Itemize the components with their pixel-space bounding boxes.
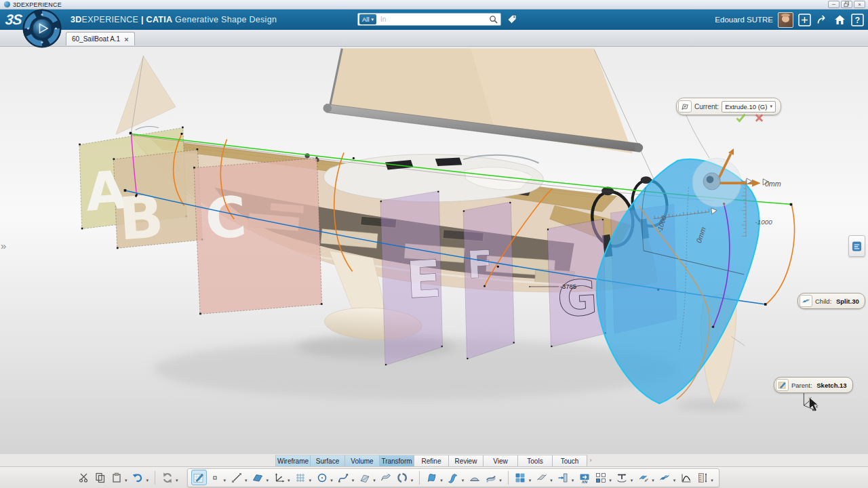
blend-dropdown-caret[interactable]: ▾	[462, 478, 465, 483]
law-button[interactable]	[678, 470, 694, 485]
arrange-button[interactable]	[593, 470, 608, 485]
tab-overflow-chevron-icon[interactable]: ›	[587, 455, 594, 466]
extract-button[interactable]	[635, 470, 651, 485]
section-tab-surface[interactable]: Surface	[311, 455, 345, 466]
sweep-button[interactable]	[378, 470, 394, 485]
copy-button[interactable]	[92, 470, 108, 485]
3dexperience-compass[interactable]	[22, 9, 62, 48]
axis-button[interactable]	[271, 470, 287, 485]
help-button[interactable]: ?	[851, 14, 864, 26]
section-tab-tools[interactable]: Tools	[518, 455, 553, 466]
grid-dropdown-caret[interactable]: ▾	[309, 478, 312, 483]
spline-dropdown-caret[interactable]: ▾	[352, 478, 355, 483]
measure-button[interactable]	[694, 470, 710, 485]
share-button[interactable]	[816, 14, 829, 26]
confirm-check-icon[interactable]	[735, 113, 747, 123]
section-tab-view[interactable]: View	[484, 455, 518, 466]
point-button[interactable]	[208, 470, 223, 485]
minimize-button[interactable]: ─	[828, 1, 840, 8]
left-panel-expander[interactable]: »	[1, 240, 6, 251]
measure-dropdown-caret[interactable]: ▾	[711, 478, 713, 483]
child-feature-tag[interactable]: Child: Split.30	[797, 293, 865, 309]
cancel-x-icon[interactable]	[754, 113, 764, 123]
document-tab[interactable]: 60_SailBoat A.1 ×	[66, 32, 135, 45]
line-button[interactable]	[229, 470, 244, 485]
parent-feature-tag[interactable]: Parent: Sketch.13	[774, 377, 853, 393]
tab-close-icon[interactable]: ×	[124, 36, 128, 43]
extrude-dropdown-caret[interactable]: ▾	[373, 478, 376, 483]
close-button[interactable]: ×	[854, 1, 865, 8]
sketch-button[interactable]	[191, 470, 207, 485]
paste-dropdown-caret[interactable]: ▾	[125, 478, 127, 483]
plane-dropdown-caret[interactable]: ▾	[267, 478, 269, 483]
surface-dropdown-caret[interactable]: ▾	[550, 478, 553, 483]
split-button[interactable]	[424, 470, 439, 485]
fill-button[interactable]	[467, 470, 482, 485]
cut-icon	[78, 472, 90, 484]
xn-button[interactable]: XN	[576, 470, 592, 485]
section-tab-refine[interactable]: Refine	[414, 455, 449, 466]
current-feature-value: Extrude.10 (G)	[725, 103, 767, 110]
morph-dropdown-caret[interactable]: ▾	[499, 478, 502, 483]
morph-button[interactable]	[483, 470, 498, 485]
plane-button[interactable]	[250, 470, 266, 485]
point-dropdown-caret[interactable]: ▾	[224, 478, 226, 483]
user-avatar[interactable]	[778, 12, 793, 28]
undo-icon	[132, 472, 144, 484]
section-tab-transform[interactable]: Transform	[380, 455, 414, 466]
feature-mode-icon[interactable]	[678, 100, 692, 113]
letter-c: C	[203, 184, 249, 251]
surface-button[interactable]	[534, 470, 549, 485]
undo-button[interactable]	[130, 470, 146, 485]
user-name[interactable]: Edouard SUTRE	[715, 16, 773, 24]
drag-arrow-right-icon[interactable]	[752, 180, 761, 187]
project-dropdown-caret[interactable]: ▾	[572, 478, 574, 483]
cut-button[interactable]	[76, 470, 92, 485]
grid-button[interactable]	[293, 470, 309, 485]
section-tab-wireframe[interactable]: Wireframe	[276, 455, 311, 466]
help-icon: ?	[851, 14, 864, 26]
section-tab-volume[interactable]: Volume	[345, 455, 380, 466]
add-content-button[interactable]	[798, 14, 811, 26]
robot-manipulator[interactable]	[692, 148, 768, 207]
arrange-dropdown-caret[interactable]: ▾	[609, 478, 612, 483]
line-dropdown-caret[interactable]: ▾	[245, 478, 248, 483]
update-button[interactable]	[159, 470, 175, 485]
undo-dropdown-caret[interactable]: ▾	[146, 478, 149, 483]
axis-dropdown-caret[interactable]: ▾	[288, 478, 290, 483]
revolve-button[interactable]	[395, 470, 410, 485]
blend-button[interactable]	[446, 470, 461, 485]
extract-dropdown-caret[interactable]: ▾	[652, 478, 654, 483]
circle-dropdown-caret[interactable]: ▾	[330, 478, 333, 483]
model-tree-button[interactable]	[848, 235, 865, 257]
app-icon	[4, 1, 10, 7]
join-button[interactable]	[657, 470, 673, 485]
arrange-icon	[595, 472, 607, 484]
section-tab-touch[interactable]: Touch	[553, 455, 587, 466]
pattern-dropdown-caret[interactable]: ▾	[529, 478, 532, 483]
turntable-button[interactable]	[614, 470, 630, 485]
turntable-dropdown-caret[interactable]: ▾	[631, 478, 633, 483]
section-tab-review[interactable]: Review	[449, 455, 484, 466]
3d-viewport[interactable]: A B C E F G	[0, 46, 868, 454]
join-dropdown-caret[interactable]: ▾	[673, 478, 676, 483]
toolbar-separator	[155, 471, 155, 485]
minimize-icon: ─	[832, 1, 835, 7]
parent-tag-value: Sketch.13	[816, 382, 846, 389]
extrude-button[interactable]	[357, 470, 372, 485]
search-input[interactable]	[378, 15, 489, 24]
pattern-button[interactable]	[513, 470, 528, 485]
home-button[interactable]	[833, 14, 846, 26]
tag-icon[interactable]	[506, 14, 518, 25]
revolve-dropdown-caret[interactable]: ▾	[411, 478, 414, 483]
restore-button[interactable]	[841, 1, 852, 8]
update-dropdown-caret[interactable]: ▾	[176, 478, 178, 483]
project-button[interactable]	[555, 470, 571, 485]
current-feature-dropdown[interactable]: Extrude.10 (G) ▾	[722, 101, 776, 113]
paste-button[interactable]	[108, 470, 124, 485]
search-icon[interactable]	[489, 15, 498, 24]
spline-button[interactable]	[336, 470, 351, 485]
split-dropdown-caret[interactable]: ▾	[440, 478, 443, 483]
search-filter-dropdown[interactable]: All ▾	[359, 14, 376, 24]
circle-button[interactable]	[314, 470, 330, 485]
